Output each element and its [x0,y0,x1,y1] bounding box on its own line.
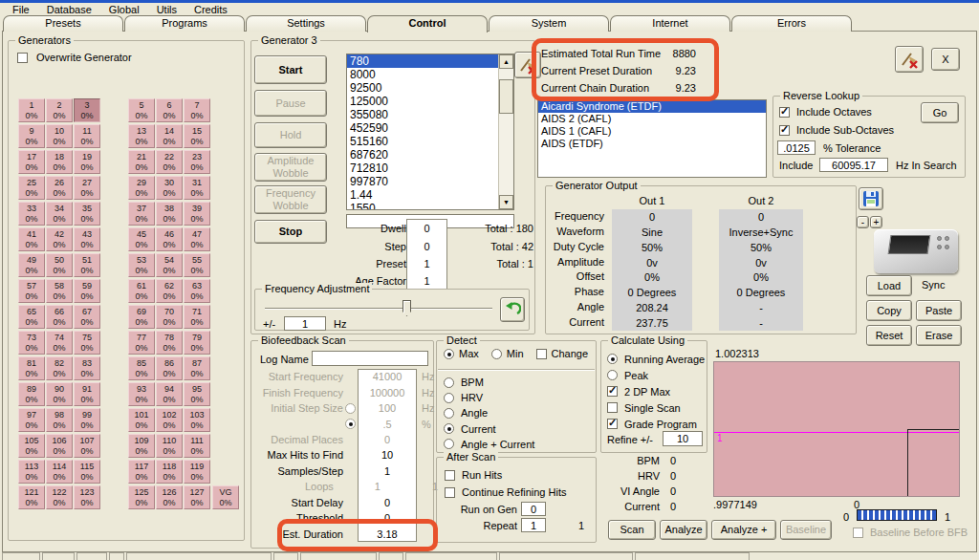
erase-button[interactable]: Erase [916,325,962,346]
reset-adjustment-button[interactable] [500,297,525,322]
go-button[interactable]: Go [921,102,959,123]
generator-cell-105[interactable]: 1050% [18,434,45,458]
generator-cell-107[interactable]: 1070% [74,434,100,458]
generator-cell-97[interactable]: 970% [18,408,45,432]
generator-cell-127[interactable]: 1270% [184,485,210,509]
biofeedback-value[interactable]: 10 [358,449,417,461]
overwrite-generator-checkbox[interactable] [17,53,28,63]
generator-cell-122[interactable]: 1220% [46,485,73,509]
generator-cell-126[interactable]: 1260% [156,485,183,509]
detect-option-radio[interactable] [444,423,454,434]
tab-system[interactable]: System [489,15,609,32]
calc-option-radio[interactable] [607,370,618,380]
generator-cell-30[interactable]: 300% [156,176,183,200]
generator-cell-26[interactable]: 260% [46,176,73,200]
detect-option-radio[interactable] [444,439,454,449]
frequency-item[interactable]: 780 [347,54,499,68]
generator-cell-110[interactable]: 1100% [156,434,183,458]
step-size-radio[interactable] [345,419,356,429]
scan-button[interactable]: Scan [608,520,656,540]
tab-errors[interactable]: Errors [731,15,852,32]
clear-frequency-list-button[interactable] [514,52,541,78]
generator-cell-82[interactable]: 820% [46,356,73,380]
save-output-button[interactable] [859,187,883,210]
biofeedback-value[interactable]: .5 [358,419,417,430]
stop-button[interactable]: Stop [254,220,327,244]
tab-control[interactable]: Control [367,15,488,32]
generator-cell-21[interactable]: 210% [128,150,155,174]
analyze-plus-button[interactable]: Analyze + [711,520,776,540]
generator-cell-14[interactable]: 140% [156,124,183,148]
generator-cell-49[interactable]: 490% [18,253,45,277]
generator-cell-27[interactable]: 270% [74,176,100,200]
generator-cell-47[interactable]: 470% [184,227,210,251]
frequency-item[interactable]: 355080 [347,108,499,121]
generator-cell-113[interactable]: 1130% [18,460,45,484]
generator-cell-85[interactable]: 850% [128,356,155,380]
frequency-item[interactable]: 125000 [347,95,499,108]
generator-cell-2[interactable]: 20% [46,98,73,122]
generator-cell-10[interactable]: 100% [46,124,73,148]
generator-cell-93[interactable]: 930% [128,382,155,406]
generator-cell-89[interactable]: 890% [18,382,45,406]
generator-cell-90[interactable]: 900% [46,382,73,406]
baseline-button[interactable]: Baseline [780,520,832,540]
menu-utils[interactable]: Utils [157,4,177,15]
generator-cell-29[interactable]: 290% [128,176,155,200]
generator-cell-63[interactable]: 630% [184,279,210,303]
repeat-input[interactable]: 1 [521,518,546,532]
biofeedback-value[interactable]: 0 [358,497,417,508]
generator-cell-98[interactable]: 980% [46,408,73,432]
generator-cell-57[interactable]: 570% [18,279,45,303]
scrollbar-thumb[interactable] [499,79,513,114]
frequency-item[interactable]: 687620 [347,148,499,162]
generator-cell-54[interactable]: 540% [156,253,183,277]
generator-cell-77[interactable]: 770% [128,331,155,355]
generator-cell-43[interactable]: 430% [74,227,100,251]
biofeedback-value[interactable]: 100 [358,402,417,414]
biofeedback-value[interactable]: 100000 [358,387,417,398]
generator-cell-61[interactable]: 610% [128,279,155,303]
amplitude-wobble-button[interactable]: Amplitude Wobble [254,153,327,182]
generator-cell-66[interactable]: 660% [46,305,73,329]
frequency-adjustment-slider-track[interactable] [265,308,492,310]
generator-cell-15[interactable]: 150% [184,124,210,148]
frequency-item[interactable]: 712810 [347,162,499,175]
generator-cell-6[interactable]: 60% [156,98,183,122]
generator-cell-114[interactable]: 1140% [46,460,73,484]
generator-cell-117[interactable]: 1170% [128,460,155,484]
generator-cell-37[interactable]: 370% [128,202,155,226]
calc-option-checkbox[interactable] [607,402,618,413]
tolerance-input[interactable]: .0125 [777,140,816,155]
include-octaves-checkbox[interactable] [779,107,790,118]
baseline-before-bfb-checkbox[interactable] [853,528,863,538]
biofeedback-value[interactable]: 0 [358,434,417,445]
copy-button[interactable]: Copy [866,300,912,321]
param-value[interactable]: 0 [406,241,447,252]
generator-cell-87[interactable]: 870% [184,356,210,380]
adjustment-hz-input[interactable]: 1 [284,316,326,331]
generator-cell-65[interactable]: 650% [18,305,45,329]
generator-cell-79[interactable]: 790% [184,331,210,355]
close-button[interactable]: X [931,48,960,71]
generator-cell-23[interactable]: 230% [184,150,210,174]
param-value[interactable]: 1 [406,275,447,287]
include-hz-input[interactable]: 60095.17 [819,158,888,172]
generator-cell-70[interactable]: 700% [156,305,183,329]
generator-cell-62[interactable]: 620% [156,279,183,303]
generator-cell-121[interactable]: 1210% [18,485,45,509]
generator-cell-125[interactable]: 1250% [128,485,155,509]
frequency-item[interactable]: 452590 [347,121,499,135]
continue-refining-checkbox[interactable] [445,487,455,498]
generator-cell-119[interactable]: 1190% [184,460,210,484]
generator-cell-34[interactable]: 340% [46,202,73,226]
scroll-down-icon[interactable]: ▼ [499,195,513,209]
generator-cell-39[interactable]: 390% [184,202,210,226]
tab-programs[interactable]: Programs [124,15,245,32]
log-name-input[interactable] [312,351,428,366]
load-button[interactable]: Load [866,275,912,296]
step-size-radio[interactable] [345,403,356,414]
detect-mode-max-radio[interactable] [444,349,454,359]
generator-cell-71[interactable]: 710% [184,305,210,329]
generator-cell-46[interactable]: 460% [156,227,183,251]
